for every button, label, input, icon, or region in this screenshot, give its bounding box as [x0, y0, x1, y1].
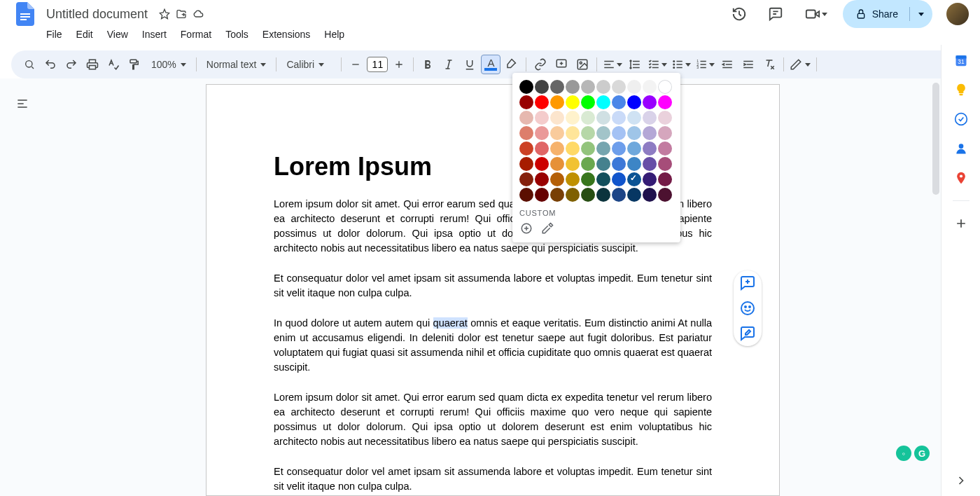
color-swatch[interactable] — [519, 172, 533, 186]
color-swatch[interactable] — [535, 142, 549, 156]
color-swatch[interactable] — [519, 188, 533, 202]
outline-toggle-icon[interactable] — [13, 94, 32, 113]
color-swatch[interactable] — [581, 111, 595, 125]
keep-icon[interactable] — [954, 83, 968, 97]
color-swatch[interactable] — [612, 95, 626, 109]
color-swatch[interactable] — [535, 172, 549, 186]
color-swatch[interactable] — [519, 126, 533, 140]
color-swatch[interactable] — [581, 95, 595, 109]
color-swatch[interactable] — [596, 172, 610, 186]
color-swatch[interactable] — [627, 80, 641, 94]
color-swatch[interactable] — [535, 157, 549, 171]
color-swatch[interactable] — [566, 172, 580, 186]
color-swatch[interactable] — [643, 157, 657, 171]
color-swatch[interactable] — [658, 95, 672, 109]
editing-mode-icon[interactable] — [788, 55, 812, 74]
menu-format[interactable]: Format — [175, 26, 217, 43]
redo-icon[interactable] — [62, 55, 81, 74]
color-swatch[interactable] — [596, 188, 610, 202]
color-swatch[interactable] — [612, 188, 626, 202]
color-swatch[interactable] — [581, 142, 595, 156]
history-icon[interactable] — [725, 0, 753, 28]
color-swatch[interactable] — [643, 142, 657, 156]
color-swatch[interactable] — [581, 188, 595, 202]
color-swatch[interactable] — [519, 157, 533, 171]
document-page[interactable]: Lorem Ipsum Lorem ipsum dolor sit amet. … — [206, 84, 780, 496]
color-swatch[interactable] — [627, 95, 641, 109]
add-comment-float-icon[interactable] — [739, 275, 756, 291]
document-title[interactable]: Untitled document — [42, 6, 152, 23]
color-swatch[interactable] — [535, 95, 549, 109]
undo-icon[interactable] — [41, 55, 60, 74]
color-swatch[interactable] — [566, 142, 580, 156]
menu-tools[interactable]: Tools — [220, 26, 254, 43]
checklist-icon[interactable] — [646, 55, 668, 74]
color-swatch[interactable] — [643, 126, 657, 140]
comments-icon[interactable] — [762, 0, 790, 28]
color-swatch[interactable] — [627, 172, 641, 186]
bullet-list-icon[interactable] — [670, 55, 692, 74]
color-swatch[interactable] — [566, 157, 580, 171]
spellcheck-icon[interactable] — [104, 55, 123, 74]
add-emoji-float-icon[interactable] — [739, 300, 756, 317]
font-select[interactable]: Calibri — [281, 59, 337, 70]
color-swatch[interactable] — [581, 157, 595, 171]
bold-icon[interactable] — [418, 55, 438, 74]
suggest-edit-float-icon[interactable] — [739, 325, 756, 342]
color-swatch[interactable] — [519, 111, 533, 125]
color-swatch[interactable] — [581, 172, 595, 186]
eyedropper-icon[interactable] — [540, 221, 554, 235]
menu-file[interactable]: File — [41, 26, 68, 43]
color-swatch[interactable] — [612, 80, 626, 94]
color-swatch[interactable] — [596, 157, 610, 171]
color-swatch[interactable] — [627, 157, 641, 171]
color-swatch[interactable] — [596, 95, 610, 109]
paragraph-style-select[interactable]: Normal text — [201, 59, 272, 70]
tasks-icon[interactable] — [954, 112, 968, 126]
contacts-icon[interactable] — [954, 142, 968, 156]
grammarly-widget[interactable]: ◦ G — [896, 446, 930, 461]
line-spacing-icon[interactable] — [625, 55, 645, 74]
hide-side-panel-icon[interactable] — [954, 474, 968, 488]
color-swatch[interactable] — [612, 142, 626, 156]
search-menus-icon[interactable] — [20, 55, 39, 74]
color-swatch[interactable] — [519, 142, 533, 156]
print-icon[interactable] — [83, 55, 102, 74]
color-swatch[interactable] — [658, 142, 672, 156]
clear-format-icon[interactable] — [760, 55, 779, 74]
menu-extensions[interactable]: Extensions — [257, 26, 316, 43]
numbered-list-icon[interactable]: 123 — [694, 55, 716, 74]
color-swatch[interactable] — [658, 157, 672, 171]
color-swatch[interactable] — [566, 80, 580, 94]
color-swatch[interactable] — [658, 188, 672, 202]
custom-add-color-icon[interactable] — [519, 221, 533, 235]
color-swatch[interactable] — [658, 80, 672, 94]
color-swatch[interactable] — [550, 111, 564, 125]
color-swatch[interactable] — [550, 126, 564, 140]
share-button[interactable]: Share — [843, 0, 932, 28]
color-swatch[interactable] — [658, 126, 672, 140]
meet-button[interactable] — [798, 0, 834, 28]
color-swatch[interactable] — [612, 172, 626, 186]
color-swatch[interactable] — [596, 126, 610, 140]
zoom-select[interactable]: 100% — [146, 59, 192, 70]
color-swatch[interactable] — [519, 95, 533, 109]
color-swatch[interactable] — [566, 95, 580, 109]
underline-icon[interactable] — [460, 55, 479, 74]
menu-edit[interactable]: Edit — [71, 26, 99, 43]
star-icon[interactable] — [158, 7, 172, 21]
color-swatch[interactable] — [612, 111, 626, 125]
color-swatch[interactable] — [612, 126, 626, 140]
color-swatch[interactable] — [550, 157, 564, 171]
move-icon[interactable] — [174, 7, 188, 21]
highlight-color-icon[interactable] — [502, 55, 522, 74]
menu-view[interactable]: View — [102, 26, 134, 43]
text-color-button[interactable]: A — [481, 55, 500, 74]
insert-image-icon[interactable] — [573, 55, 592, 74]
increase-indent-icon[interactable] — [738, 55, 758, 74]
color-swatch[interactable] — [550, 188, 564, 202]
menu-help[interactable]: Help — [318, 26, 350, 43]
paint-format-icon[interactable] — [125, 55, 144, 74]
decrease-indent-icon[interactable] — [718, 55, 737, 74]
color-swatch[interactable] — [519, 80, 533, 94]
